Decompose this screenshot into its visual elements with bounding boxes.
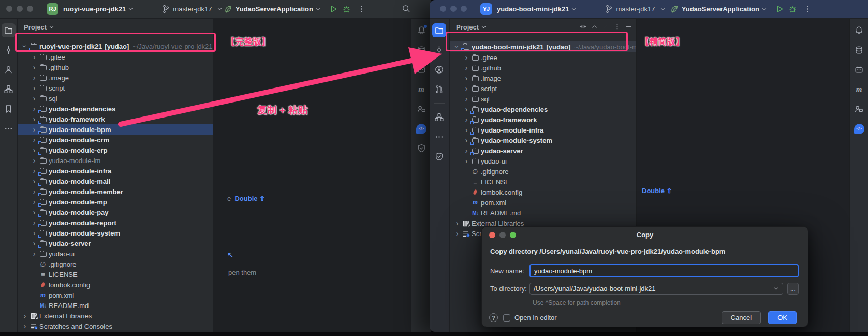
chevron-collapsed-icon[interactable]: › [462, 126, 470, 134]
tree-row--image[interactable]: ›.image [450, 73, 636, 83]
chevron-collapsed-icon[interactable]: › [30, 229, 38, 237]
tree-row-yudao-ui[interactable]: ›yudao-ui [450, 156, 636, 166]
chevron-collapsed-icon[interactable]: › [30, 53, 38, 61]
user-icon[interactable] [2, 63, 16, 77]
debug-button[interactable] [788, 5, 797, 13]
chevron-collapsed-icon[interactable]: › [30, 84, 38, 92]
tree-row-yudao-dependencies[interactable]: ›yudao-dependencies [18, 104, 213, 114]
more-actions-icon[interactable] [357, 5, 366, 13]
more-icon[interactable] [432, 130, 446, 144]
chevron-collapsed-icon[interactable]: › [30, 219, 38, 226]
tree-row-lombok-config[interactable]: ›lombok.config [18, 280, 213, 290]
chevron-collapsed-icon[interactable]: › [453, 230, 461, 237]
close-window-icon[interactable] [6, 6, 12, 12]
collapse-all-icon[interactable] [591, 23, 598, 30]
tree-row--github[interactable]: ›.github [450, 63, 636, 73]
tree-row-license[interactable]: ›≡LICENSE [450, 177, 636, 187]
tree-row-yudao-module-mall[interactable]: ›yudao-module-mall [18, 176, 213, 186]
run-config-name[interactable]: YudaoServerApplication [236, 5, 313, 13]
chevron-collapsed-icon[interactable]: › [462, 75, 470, 82]
tree-row-yudao-dependencies[interactable]: ›yudao-dependencies [450, 104, 636, 114]
tree-row-sql[interactable]: ›sql [450, 94, 636, 104]
run-button[interactable] [329, 5, 338, 13]
chevron-collapsed-icon[interactable]: › [453, 220, 461, 227]
database-icon[interactable] [415, 43, 429, 57]
tree-row-readme-md[interactable]: ›M↓README.md [450, 208, 636, 218]
tree-row-sql[interactable]: ›sql [18, 93, 213, 104]
tree-row-yudao-module-infra[interactable]: ›yudao-module-infra [18, 166, 213, 176]
tree-row-yudao-server[interactable]: ›yudao-server [18, 238, 213, 249]
tree-row-yudao-module-infra[interactable]: ›yudao-module-infra [450, 125, 636, 135]
chevron-collapsed-icon[interactable]: › [462, 64, 470, 71]
chevron-down-icon[interactable] [773, 286, 779, 291]
maven-icon[interactable]: m [415, 82, 429, 96]
chevron-collapsed-icon[interactable]: › [462, 85, 470, 92]
tree-row-yudao-module-system[interactable]: ›yudao-module-system [450, 135, 636, 145]
tree-row--gitignore[interactable]: ›∅.gitignore [450, 166, 636, 177]
tree-row-yudao-server[interactable]: ›yudao-server [450, 145, 636, 156]
pull-request-icon[interactable] [432, 82, 446, 96]
tree-row-yudao-module-member[interactable]: ›yudao-module-member [18, 186, 213, 197]
notifications-icon[interactable] [415, 23, 429, 37]
chevron-collapsed-icon[interactable]: › [21, 312, 29, 319]
more-actions-icon[interactable] [803, 5, 812, 13]
tree-row-yudao-module-report[interactable]: ›yudao-module-report [18, 217, 213, 228]
tree-row-lombok-config[interactable]: ›lombok.config [450, 187, 636, 197]
code-chat-icon[interactable]: </> [415, 122, 429, 136]
commit-icon[interactable] [2, 43, 16, 57]
database-icon[interactable] [852, 43, 866, 57]
git-branch-widget[interactable]: master-jdk17 [161, 5, 222, 13]
zoom-window-icon[interactable] [27, 6, 33, 12]
open-in-editor-checkbox[interactable] [503, 314, 510, 322]
window-controls[interactable] [6, 6, 33, 12]
structure-icon[interactable] [432, 110, 446, 124]
tree-row--github[interactable]: ›.github [18, 62, 213, 72]
chevron-collapsed-icon[interactable]: › [462, 157, 470, 165]
tree-row-pom-xml[interactable]: ›mpom.xml [18, 290, 213, 300]
tree-row-yudao-module-mp[interactable]: ›yudao-module-mp [18, 197, 213, 207]
docker-icon[interactable] [852, 63, 866, 77]
tree-row-yudao-ui[interactable]: ›yudao-ui [18, 249, 213, 259]
git-branch-widget[interactable]: master-jdk17 [605, 5, 665, 13]
window-controls[interactable] [440, 6, 467, 12]
more-icon[interactable] [2, 122, 16, 136]
hide-icon[interactable] [625, 23, 632, 30]
security-icon[interactable] [415, 141, 429, 155]
bookmarks-icon[interactable] [2, 102, 16, 116]
run-config-name[interactable]: YudaoServerApplication [682, 5, 759, 13]
chevron-collapsed-icon[interactable]: › [462, 137, 470, 144]
run-button[interactable] [775, 5, 784, 13]
tree-row-license[interactable]: ›≡LICENSE [18, 269, 213, 280]
commit-icon[interactable] [432, 43, 446, 57]
tree-row-yudao-boot-mini-jdk21[interactable]: ›yudao-boot-mini-jdk21[yudao]~/Java/yuda… [450, 41, 636, 52]
minimize-window-icon[interactable] [17, 6, 23, 12]
chevron-collapsed-icon[interactable]: › [30, 209, 38, 216]
search-everywhere-icon[interactable] [402, 4, 410, 13]
tree-row-yudao-framework[interactable]: ›yudao-framework [18, 114, 213, 124]
chevron-collapsed-icon[interactable]: › [30, 240, 38, 247]
tree-row-yudao-module-bpm[interactable]: ›yudao-module-bpm [18, 124, 213, 135]
tree-row--gitee[interactable]: ›.gitee [450, 52, 636, 63]
chevron-collapsed-icon[interactable]: › [462, 54, 470, 61]
close-window-icon[interactable] [440, 6, 446, 12]
project-avatar[interactable]: RJ [47, 3, 58, 15]
options-icon[interactable] [614, 23, 621, 30]
community-icon[interactable] [852, 102, 866, 116]
chevron-collapsed-icon[interactable]: › [30, 126, 38, 133]
minimize-window-icon[interactable] [450, 6, 457, 12]
community-icon[interactable] [415, 102, 429, 116]
chevron-collapsed-icon[interactable]: › [30, 250, 38, 257]
tree-row-yudao-framework[interactable]: ›yudao-framework [450, 114, 636, 125]
chevron-collapsed-icon[interactable]: › [30, 136, 38, 143]
tree-row-yudao-module-crm[interactable]: ›yudao-module-crm [18, 135, 213, 145]
tree-row--image[interactable]: ›.image [18, 72, 213, 83]
notifications-icon[interactable] [852, 23, 866, 37]
project-panel-header[interactable]: Project [456, 23, 487, 31]
chevron-collapsed-icon[interactable]: › [462, 106, 470, 113]
ok-button[interactable]: OK [768, 311, 797, 324]
browse-button[interactable]: ... [787, 283, 799, 295]
tree-row-yudao-module-erp[interactable]: ›yudao-module-erp [18, 145, 213, 155]
new-name-input[interactable]: yudao-module-bpm [529, 264, 799, 277]
code-chat-icon[interactable]: </> [852, 122, 866, 136]
project-name[interactable]: ruoyi-vue-pro-jdk21 [63, 5, 126, 13]
